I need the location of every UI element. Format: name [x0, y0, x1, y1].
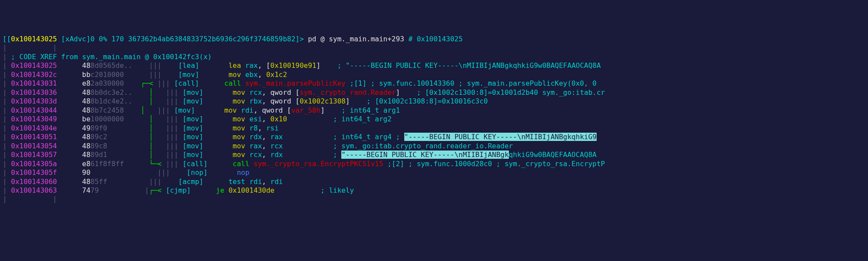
graph-arrow-icon: │	[149, 88, 166, 97]
hex-bytes: 90	[82, 168, 90, 177]
address: 0x100143060	[11, 177, 57, 186]
graph-line	[166, 61, 178, 70]
prompt-address: 0x100143025	[11, 35, 57, 43]
border-pipe: |	[3, 142, 11, 151]
op-type-bracket: [nop]	[187, 168, 216, 177]
prompt-command[interactable]: pd @ sym._main.main+293	[308, 35, 408, 43]
hex-bytes-dim: 8d0565de..	[90, 61, 132, 70]
inline-comment: ;[1] ; sym.func.100143360 ; sym._main.pa…	[346, 79, 597, 87]
prompt-flags: [xAdvc]0 0% 170 367362b4ab6384833752b693…	[57, 35, 308, 43]
border-pipe: | |	[3, 195, 57, 204]
address: 0x100143025	[11, 61, 57, 70]
pad	[216, 168, 237, 177]
hex-bytes-dim: 89c2	[90, 133, 107, 141]
hex-bytes-dim: 8b0dc3e2..	[90, 88, 132, 97]
graph-arrow-icon: └─<	[149, 160, 166, 168]
hex-bytes: 74	[82, 186, 90, 194]
operand: ,	[258, 61, 266, 70]
hex-bytes-dim: 2a030000	[90, 79, 124, 87]
op-type-bracket: [call]	[174, 79, 203, 87]
inline-comment: ; [0x1002c1300:8]=0x1001d2b40 sym._go:it…	[400, 88, 605, 97]
graph-arrow-icon: │	[149, 142, 166, 150]
pad	[57, 168, 82, 177]
address: 0x100143036	[11, 88, 57, 97]
address: 0x100143057	[11, 151, 57, 159]
operand: rbx	[249, 97, 262, 105]
inline-comment: ; "-----BEGIN PUBLIC KEY-----\nMIIBIjANB…	[320, 61, 601, 70]
op-type-bracket: [mov]	[182, 115, 211, 123]
graph-line	[166, 177, 178, 186]
disasm-row: | 0x10014305f 90 ||| [nop] nop	[3, 168, 865, 177]
disasm-row: | 0x100143063 7479 |┌─< [cjmp] je 0x1001…	[3, 186, 865, 195]
op-type-bracket: [mov]	[174, 106, 203, 114]
mnemonic: mov	[233, 88, 250, 97]
inline-comment: ;[2] ; sym.func.1000d28c0 ; sym._crypto_…	[383, 160, 605, 168]
border-pipe: |	[3, 186, 11, 195]
operand: rax	[245, 61, 258, 70]
pad	[57, 61, 82, 70]
operand: [	[266, 61, 271, 70]
pad	[212, 88, 233, 97]
address: 0x100143031	[11, 79, 57, 87]
mnemonic: je	[216, 186, 228, 194]
border-pipe: |	[3, 88, 11, 97]
border-pipe: |	[3, 124, 11, 133]
disasm-row: | 0x100143036 488b0dc3e2.. │ ||| [mov] m…	[3, 88, 865, 97]
mnemonic: call	[224, 79, 245, 87]
pad	[57, 70, 82, 79]
operand: rax	[271, 133, 283, 141]
op-type-bracket: [mov]	[182, 97, 211, 105]
border-pipe: |	[3, 177, 11, 186]
address: 0x100143063	[11, 186, 57, 194]
pad	[212, 115, 233, 123]
operand: qword	[262, 106, 287, 114]
graph-line	[107, 151, 149, 159]
hex-bytes-dim: 85ff	[90, 177, 107, 186]
address: 0x10014305f	[11, 168, 57, 177]
hex-bytes: 48	[82, 61, 90, 70]
op-type-bracket: [lea]	[178, 61, 208, 70]
op-type-bracket: [call]	[182, 160, 211, 168]
prompt-comment: # 0x100143025	[408, 35, 462, 43]
mnemonic: test	[228, 177, 249, 186]
graph-line: |||	[166, 142, 183, 150]
operand: qword	[271, 88, 296, 97]
border-pipe: |	[3, 133, 11, 141]
operand: ebx	[245, 70, 258, 79]
disasm-row: | 0x10014303d 488b1dc4e2.. │ ||| [mov] m…	[3, 97, 865, 106]
operand: rdx	[249, 133, 262, 141]
address: 0x100143054	[11, 142, 57, 150]
pad	[57, 177, 82, 186]
hex-bytes-dim: 89d1	[90, 151, 107, 159]
operand: ,	[258, 70, 266, 79]
mnemonic: mov	[233, 151, 250, 159]
operand: 0x1c2	[266, 70, 287, 79]
operand: rsi	[266, 124, 279, 132]
disasm-row: | 0x100143025 488d0565de.. ||| [lea] lea…	[3, 61, 865, 70]
operand: ]	[320, 106, 325, 114]
graph-arrow-icon: │	[149, 124, 166, 132]
operand: [	[295, 97, 300, 105]
graph-line: |||	[107, 177, 166, 186]
graph-line	[166, 70, 178, 79]
mnemonic: mov	[228, 70, 245, 79]
operand: ]	[396, 88, 400, 97]
pad	[57, 186, 82, 194]
hex-bytes-dim: c2010000	[90, 70, 124, 79]
operand: rcx	[249, 88, 262, 97]
border-pipe: |	[3, 168, 11, 177]
mnemonic: mov	[233, 97, 250, 105]
pad	[57, 97, 82, 105]
inline-comment: ;	[283, 151, 341, 159]
pad	[212, 160, 233, 168]
hex-bytes: 48	[82, 106, 90, 114]
graph-arrow-icon: │	[149, 133, 166, 141]
graph-line: |||	[166, 151, 183, 159]
highlighted-string: "-----BEGIN PUBLIC KEY-----\nMIIBIjANBgk	[341, 151, 508, 159]
address: 0x100143044	[11, 106, 57, 114]
graph-arrow-icon: │	[149, 97, 166, 105]
graph-line: |||	[166, 160, 183, 168]
graph-line	[107, 133, 149, 141]
disasm-row: | 0x100143054 4889c8 │ ||| [mov] mov rax…	[3, 142, 865, 151]
hex-bytes: 48	[82, 142, 90, 150]
